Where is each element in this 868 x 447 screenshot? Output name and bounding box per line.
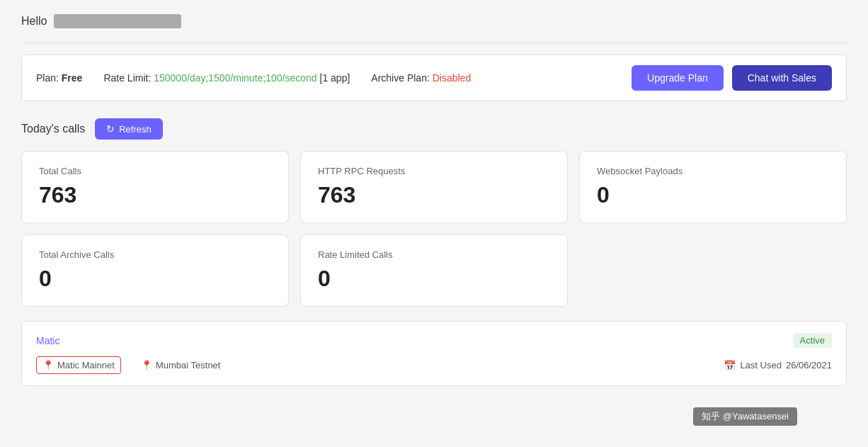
plan-bar: Plan: Free Rate Limit: 150000/day;1500/m…	[21, 55, 847, 101]
stats-grid-2: Total Archive Calls 0 Rate Limited Calls…	[21, 234, 847, 307]
rate-limit-value: 150000/day;1500/minute;100/second [1 app…	[154, 72, 350, 84]
stat-value-archive-calls: 0	[39, 266, 271, 292]
archive-status: Disabled	[433, 72, 471, 84]
plan-buttons: Upgrade Plan Chat with Sales	[632, 65, 832, 91]
stat-label-archive-calls: Total Archive Calls	[39, 249, 271, 260]
refresh-button[interactable]: ↻ Refresh	[95, 118, 163, 140]
app-name-link[interactable]: Matic	[36, 335, 59, 346]
stat-value-total-calls: 763	[39, 182, 271, 208]
todays-calls-header: Today's calls ↻ Refresh	[21, 118, 847, 140]
upgrade-plan-button[interactable]: Upgrade Plan	[632, 65, 724, 91]
divider-1	[21, 43, 847, 43]
stat-label-websocket: Websocket Payloads	[597, 166, 829, 176]
redacted-username	[54, 14, 181, 28]
app-status-badge: Active	[793, 333, 832, 348]
archive-plan-section: Archive Plan: Disabled	[371, 72, 471, 84]
chat-with-sales-button[interactable]: Chat with Sales	[732, 65, 832, 91]
stat-card-websocket: Websocket Payloads 0	[579, 151, 847, 223]
network-item-mainnet[interactable]: 📍 Matic Mainnet	[36, 356, 121, 374]
calendar-icon: 📅	[724, 360, 736, 371]
stat-label-rate-limited: Rate Limited Calls	[318, 249, 550, 260]
last-used-section: 📅 Last Used 26/06/2021	[724, 360, 832, 371]
rate-limit-label: Rate Limit:	[103, 72, 151, 84]
last-used-date: 26/06/2021	[786, 360, 832, 370]
plan-label: Plan: Free	[36, 72, 82, 84]
stat-label-http-rpc: HTTP RPC Requests	[318, 166, 550, 176]
refresh-icon: ↻	[106, 123, 115, 135]
hello-section: Hello	[21, 14, 847, 28]
hello-label: Hello	[21, 15, 47, 28]
network-item-testnet[interactable]: 📍 Mumbai Testnet	[135, 357, 227, 373]
network-label-testnet: Mumbai Testnet	[156, 360, 221, 370]
todays-calls-title: Today's calls	[21, 123, 85, 135]
location-icon-mainnet: 📍	[42, 360, 54, 370]
stat-value-rate-limited: 0	[318, 266, 550, 292]
stat-card-total-calls: Total Calls 763	[21, 151, 289, 223]
network-label-mainnet: Matic Mainnet	[57, 360, 115, 370]
stat-card-rate-limited: Rate Limited Calls 0	[300, 234, 568, 307]
rate-limit-section: Rate Limit: 150000/day;1500/minute;100/s…	[103, 72, 350, 84]
last-used-label: Last Used	[740, 360, 782, 370]
app-header: Matic Active	[36, 333, 832, 348]
refresh-label: Refresh	[119, 124, 152, 135]
plan-value: Free	[62, 72, 83, 84]
stat-value-websocket: 0	[597, 182, 829, 208]
stat-card-http-rpc: HTTP RPC Requests 763	[300, 151, 568, 223]
stat-label-total-calls: Total Calls	[39, 166, 271, 176]
app-networks: 📍 Matic Mainnet 📍 Mumbai Testnet 📅 Last …	[36, 356, 832, 374]
stat-card-archive-calls: Total Archive Calls 0	[21, 234, 289, 307]
app-section: Matic Active 📍 Matic Mainnet 📍 Mumbai Te…	[21, 321, 847, 386]
stat-value-http-rpc: 763	[318, 182, 550, 208]
location-icon-testnet: 📍	[141, 360, 152, 370]
stats-grid-1: Total Calls 763 HTTP RPC Requests 763 We…	[21, 151, 847, 223]
page: Hello Plan: Free Rate Limit: 150000/day;…	[0, 0, 868, 447]
